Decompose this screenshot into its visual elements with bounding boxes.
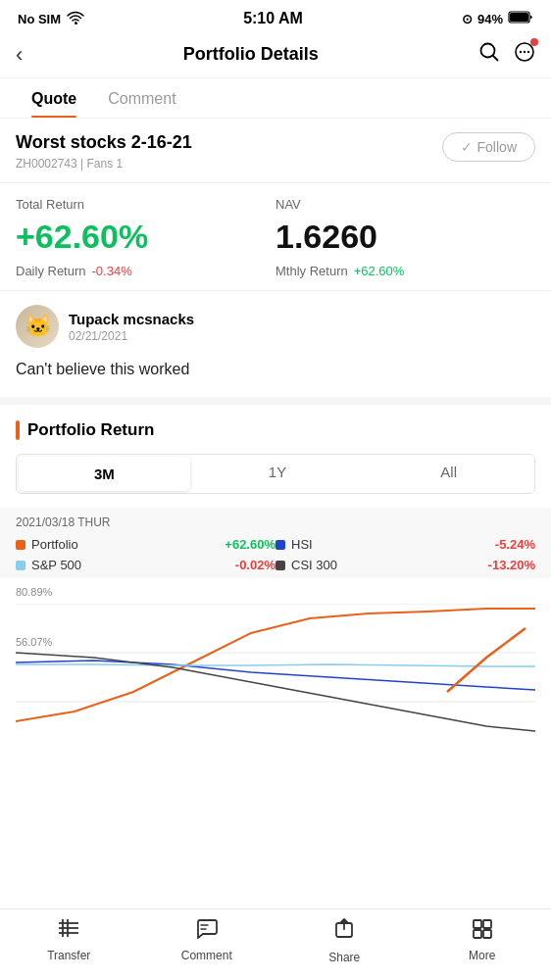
follow-check-icon: ✓ xyxy=(461,139,473,155)
y-label-top: 80.89% xyxy=(16,586,52,598)
author-name: Tupack mcsnacks xyxy=(69,311,194,327)
more-icon xyxy=(471,917,494,945)
header: ‹ Portfolio Details xyxy=(0,33,551,78)
nav-col: NAV 1.6260 Mthly Return +62.60% xyxy=(276,197,535,278)
notification-dot xyxy=(530,38,538,46)
nav-label: NAV xyxy=(276,197,535,212)
comment-author-row: 🐱 Tupack mcsnacks 02/21/2021 xyxy=(16,305,535,348)
fans-count: 1 xyxy=(117,157,124,171)
follow-button[interactable]: ✓ Follow xyxy=(442,132,535,162)
chart-svg xyxy=(16,604,535,751)
status-time: 5:10 AM xyxy=(243,10,303,27)
chart-area: 80.89% 56.07% xyxy=(0,582,551,739)
svg-point-7 xyxy=(527,51,529,53)
total-return-label: Total Return xyxy=(16,197,276,212)
section-title-row: Portfolio Return xyxy=(16,420,535,440)
nav-transfer[interactable]: Transfer xyxy=(0,917,138,964)
avatar-image: 🐱 xyxy=(16,305,59,348)
header-icons xyxy=(478,41,535,68)
daily-return-label: Daily Return xyxy=(16,264,86,278)
nav-transfer-label: Transfer xyxy=(47,949,90,962)
period-tabs: 3M 1Y All xyxy=(16,454,535,494)
share-icon xyxy=(332,917,356,947)
portfolio-title-row: Worst stocks 2-16-21 ZH0002743 | Fans 1 … xyxy=(16,132,535,171)
period-tab-1y[interactable]: 1Y xyxy=(192,455,364,493)
mthly-return-value: +62.60% xyxy=(354,264,405,278)
nav-more-label: More xyxy=(469,949,495,962)
transfer-icon xyxy=(57,917,80,945)
svg-rect-17 xyxy=(474,920,481,928)
wifi-icon xyxy=(67,11,84,27)
portfolio-name: Worst stocks 2-16-21 xyxy=(16,132,192,153)
search-button[interactable] xyxy=(478,41,500,68)
status-bar: No SIM 5:10 AM ⊙ 94% xyxy=(0,0,551,33)
comment-text: Can't believe this worked xyxy=(16,358,535,381)
follow-label: Follow xyxy=(477,139,517,155)
main-tabs: Quote Comment xyxy=(0,78,551,119)
daily-return-value: -0.34% xyxy=(92,264,132,278)
status-right: ⊙ 94% xyxy=(462,11,533,26)
avatar: 🐱 xyxy=(16,305,59,348)
status-left: No SIM xyxy=(18,11,84,27)
period-tab-3m[interactable]: 3M xyxy=(19,457,190,491)
bottom-nav: Transfer Comment Share Mor xyxy=(0,908,551,980)
author-date: 02/21/2021 xyxy=(69,329,194,343)
tab-quote[interactable]: Quote xyxy=(16,78,92,118)
legend-portfolio: Portfolio +62.60% xyxy=(16,537,276,552)
chart-date: 2021/03/18 THUR xyxy=(16,515,535,529)
svg-rect-20 xyxy=(483,930,491,938)
sp500-dot xyxy=(16,561,25,570)
section-title: Portfolio Return xyxy=(27,420,154,440)
menu-button[interactable] xyxy=(514,41,535,68)
nav-value: 1.6260 xyxy=(276,218,535,256)
tab-comment[interactable]: Comment xyxy=(92,78,191,118)
legend-hsi: HSI -5.24% xyxy=(276,537,535,552)
fans-label: Fans xyxy=(87,157,114,171)
comment-icon xyxy=(195,917,219,945)
mthly-return-row: Mthly Return +62.60% xyxy=(276,264,535,278)
legend-sp500: S&P 500 -0.02% xyxy=(16,558,276,572)
portfolio-legend-name: Portfolio xyxy=(31,537,78,552)
comment-section: 🐱 Tupack mcsnacks 02/21/2021 Can't belie… xyxy=(0,291,551,405)
svg-point-6 xyxy=(524,51,526,53)
nav-share[interactable]: Share xyxy=(276,917,414,964)
nav-share-label: Share xyxy=(328,951,360,964)
hsi-dot xyxy=(276,540,285,550)
portfolio-dot xyxy=(16,540,25,550)
daily-return-row: Daily Return -0.34% xyxy=(16,264,276,278)
csi300-dot xyxy=(276,561,285,570)
back-button[interactable]: ‹ xyxy=(16,42,23,68)
svg-point-5 xyxy=(520,51,522,53)
battery-label: 94% xyxy=(477,12,503,26)
mthly-return-label: Mthly Return xyxy=(276,264,348,278)
sp500-legend-name: S&P 500 xyxy=(31,558,81,572)
period-tab-all[interactable]: All xyxy=(363,455,534,493)
portfolio-meta: ZH0002743 | Fans 1 xyxy=(16,157,192,171)
portfolio-id: ZH0002743 xyxy=(16,157,77,171)
chart-legend: Portfolio +62.60% HSI -5.24% S&P 500 -0.… xyxy=(16,537,535,572)
stats-section: Total Return +62.60% Daily Return -0.34%… xyxy=(0,183,551,291)
bottom-spacer xyxy=(0,739,551,817)
svg-rect-2 xyxy=(510,13,528,22)
legend-csi300: CSI 300 -13.20% xyxy=(276,558,535,572)
hsi-legend-name: HSI xyxy=(291,537,313,552)
nav-comment[interactable]: Comment xyxy=(138,917,276,964)
carrier-label: No SIM xyxy=(18,12,61,26)
portfolio-legend-val: +62.60% xyxy=(225,537,276,552)
battery-icon xyxy=(508,11,533,26)
svg-rect-19 xyxy=(474,930,481,938)
return-section: Portfolio Return xyxy=(0,405,551,440)
orange-bar xyxy=(16,420,20,440)
page-title: Portfolio Details xyxy=(183,44,319,65)
nav-more[interactable]: More xyxy=(414,917,552,964)
total-return-value: +62.60% xyxy=(16,218,276,256)
author-info: Tupack mcsnacks 02/21/2021 xyxy=(69,311,194,343)
csi300-legend-name: CSI 300 xyxy=(291,558,337,572)
total-return-col: Total Return +62.60% Daily Return -0.34% xyxy=(16,197,276,278)
portfolio-header: Worst stocks 2-16-21 ZH0002743 | Fans 1 … xyxy=(0,119,551,183)
chart-info: 2021/03/18 THUR Portfolio +62.60% HSI -5… xyxy=(0,508,551,578)
hsi-legend-val: -5.24% xyxy=(495,537,535,552)
sp500-legend-val: -0.02% xyxy=(235,558,276,572)
csi300-legend-val: -13.20% xyxy=(488,558,535,572)
svg-rect-18 xyxy=(483,920,491,928)
